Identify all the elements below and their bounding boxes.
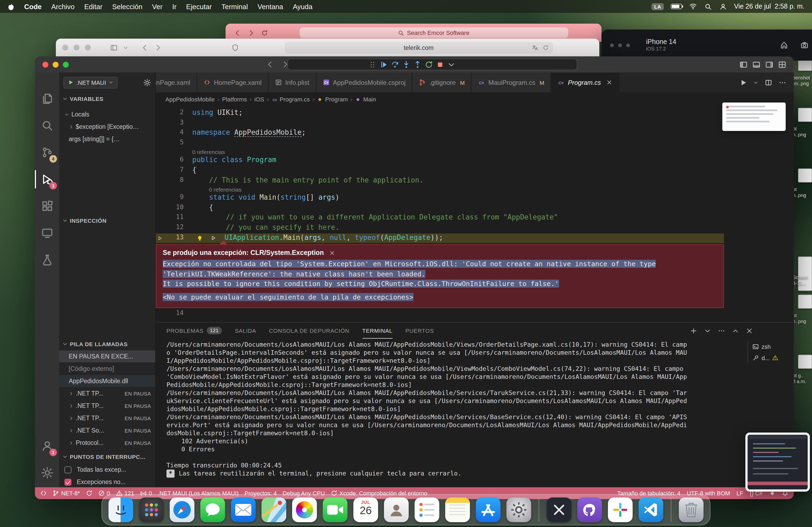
- menu-editar[interactable]: Editar: [84, 2, 103, 11]
- dock-item-facetime[interactable]: [323, 497, 347, 522]
- minimize-button[interactable]: [53, 61, 59, 67]
- dock-item-calendar[interactable]: JUL26: [353, 497, 378, 522]
- split-editor-icon[interactable]: [765, 79, 772, 86]
- step-over-icon[interactable]: [391, 60, 399, 69]
- dock-item-app-store[interactable]: [476, 497, 501, 522]
- camera-icon[interactable]: [800, 41, 809, 49]
- desktop-file-thumbnail[interactable]: [798, 295, 812, 308]
- variables-scope-locals[interactable]: Locals: [59, 108, 155, 120]
- battery-icon[interactable]: [671, 4, 682, 9]
- activity-item-remote-explorer[interactable]: [35, 221, 59, 245]
- terminal-list-item[interactable]: d...: [752, 352, 789, 363]
- desktop-file-label[interactable]: ot n..png: [793, 187, 812, 199]
- status-item[interactable]: [40, 490, 47, 496]
- menu-ventana[interactable]: Ventana: [258, 2, 283, 11]
- code-line-5[interactable]: 5: [156, 138, 794, 148]
- code-line-9[interactable]: 9 static void Main(string[] args): [156, 193, 794, 203]
- codelens[interactable]: 0 referencias: [156, 148, 794, 156]
- breakpoint-gutter[interactable]: [156, 176, 164, 186]
- breakpoint-gutter[interactable]: [156, 193, 164, 203]
- dock-item-launchpad[interactable]: [139, 497, 164, 522]
- chevron-down-icon[interactable]: [123, 44, 128, 51]
- code-line-2[interactable]: 2using UIKit;: [156, 108, 794, 118]
- menubar-app-name[interactable]: Code: [24, 2, 42, 11]
- menubar-clock[interactable]: Vie 26 de jul 2:58 p. m.: [734, 3, 804, 10]
- menu-ir[interactable]: Ir: [172, 2, 176, 11]
- vscode-window[interactable]: 411 .NET MAUI VARIABLESLocals$exception …: [35, 56, 794, 499]
- code-line-4[interactable]: 4namespace AppPedidosMobile;: [156, 128, 794, 138]
- layout-grid-icon[interactable]: [778, 60, 786, 69]
- activity-item-explorer[interactable]: [35, 86, 59, 111]
- dock-item-system-settings[interactable]: [506, 497, 531, 522]
- continue-icon[interactable]: [380, 60, 388, 69]
- breakpoint-gutter[interactable]: [156, 156, 164, 166]
- desktop-file-label[interactable]: Screen 3-11...: [793, 275, 812, 287]
- breakpoint-row[interactable]: Excepciones no...: [59, 476, 155, 488]
- screenshot-preview-window[interactable]: [745, 433, 810, 492]
- translate-icon[interactable]: [532, 44, 538, 51]
- gear-icon[interactable]: [143, 79, 151, 86]
- tab-oginpage-xaml[interactable]: oginPage.xaml: [156, 73, 197, 92]
- code-line-after[interactable]: 14: [156, 309, 794, 319]
- codelens[interactable]: 0 referencias: [156, 186, 794, 193]
- terminal-output[interactable]: /Users/carminamoreno/Documents/LosAlamos…: [166, 341, 688, 485]
- panel-right-icon[interactable]: [765, 60, 773, 69]
- safari-close-button[interactable]: [62, 45, 68, 50]
- menu-selección[interactable]: Selección: [112, 2, 143, 11]
- desktop-file-label[interactable]: ot g.. 8 a.m.: [793, 373, 812, 385]
- panel-tab-puertos[interactable]: PUERTOS: [405, 322, 434, 338]
- breakpoint-gutter[interactable]: [156, 128, 164, 138]
- breakpoint-gutter[interactable]: [156, 204, 164, 213]
- tab-info-plist[interactable]: Info.plist: [269, 73, 316, 92]
- breakpoint-gutter[interactable]: [156, 138, 164, 148]
- breakpoint-row[interactable]: Todas las excep...: [59, 464, 155, 476]
- apple-icon[interactable]: [8, 3, 14, 10]
- breakpoint-checkbox[interactable]: [64, 479, 71, 485]
- chevron-down-icon[interactable]: [447, 60, 455, 69]
- breadcrumb-item[interactable]: Main: [355, 96, 376, 103]
- activity-item-testing[interactable]: [35, 247, 59, 272]
- dock-item-slack[interactable]: [608, 497, 633, 522]
- callstack-row[interactable]: .NET TP...EN PAUSA: [59, 412, 155, 424]
- window-control-dot[interactable]: [610, 43, 614, 47]
- dock-item-trash[interactable]: [679, 497, 704, 522]
- terminal-profile-icon[interactable]: [704, 327, 711, 334]
- breadcrumb-item[interactable]: iOS: [254, 96, 264, 103]
- tab-apppedidosmobile-csproj[interactable]: C#AppPedidosMobile.csproj: [316, 73, 413, 92]
- breakpoint-gutter[interactable]: [156, 213, 164, 223]
- status-item-net-8-[interactable]: NET-8*: [53, 490, 80, 496]
- code-line-13[interactable]: 13UIApplication.Main(args, null, typeof(…: [156, 233, 794, 243]
- variable-row[interactable]: $exception [Exceptio…: [59, 121, 155, 133]
- shield-icon[interactable]: [231, 44, 239, 51]
- safari-minimize-button[interactable]: [74, 45, 79, 50]
- code-line-10[interactable]: 10 {: [156, 204, 794, 213]
- close-icon[interactable]: [606, 79, 612, 85]
- section-callstack[interactable]: PILA DE LLAMADAS: [59, 338, 155, 349]
- status-item-lf[interactable]: LF: [737, 490, 743, 496]
- code-line-6[interactable]: 6public class Program: [156, 156, 794, 166]
- address-bar[interactable]: telerik.com: [284, 42, 553, 54]
- code-line-12[interactable]: 12 // you can specify it here.: [156, 223, 794, 233]
- back-icon[interactable]: [266, 61, 274, 68]
- callstack-row[interactable]: Protocol...EN PAUSA: [59, 437, 155, 449]
- code-line-7[interactable]: 7{: [156, 166, 794, 176]
- iphone-mirror-window[interactable]: iPhone 14 iOS 17.2: [601, 30, 812, 61]
- dock-item-dev-tools[interactable]: [547, 497, 571, 522]
- dock-item-messages[interactable]: [200, 497, 225, 522]
- code-line-8[interactable]: 8 // This is the main entry point of the…: [156, 176, 794, 186]
- menu-archivo[interactable]: Archivo: [51, 2, 75, 11]
- code-line-11[interactable]: 11 // if you want to use a different App…: [156, 213, 794, 223]
- activity-item-run-debug[interactable]: 1: [35, 167, 59, 192]
- window-control-dot[interactable]: [626, 43, 630, 47]
- forward-icon[interactable]: [248, 29, 255, 36]
- code-line-3[interactable]: 3: [156, 118, 794, 128]
- restart-icon[interactable]: [425, 60, 433, 69]
- dock-item-notes[interactable]: [445, 497, 470, 522]
- section-watch[interactable]: INSPECCIÓN: [59, 215, 155, 226]
- user-icon[interactable]: [719, 3, 727, 10]
- panel-bottom-icon[interactable]: [752, 60, 760, 69]
- desktop-file-thumbnail[interactable]: [798, 108, 812, 122]
- activity-item-accounts[interactable]: 1: [35, 434, 59, 458]
- callstack-row[interactable]: EN PAUSA EN EXCE...: [59, 350, 155, 362]
- tab-homepage-xaml[interactable]: HomePage.xaml: [197, 73, 269, 92]
